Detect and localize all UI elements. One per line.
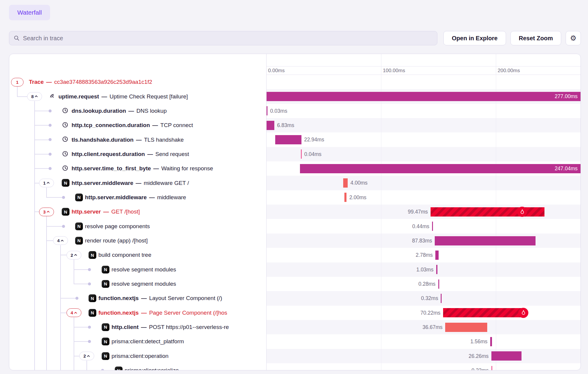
tree-branch-stub	[60, 313, 67, 313]
duration-bar[interactable]	[435, 236, 536, 245]
duration-bar[interactable]	[438, 279, 439, 289]
waterfall-row[interactable]: 0.04ms	[266, 147, 581, 161]
duration-bar[interactable]	[267, 121, 274, 130]
fire-icon[interactable]	[518, 308, 528, 318]
tree-row[interactable]: 1Trace—cc3ae3748883563a926c253d9aa1c1f2	[9, 75, 266, 89]
duration-label: 247.04ms	[555, 166, 581, 172]
waterfall-row[interactable]: 1.03ms	[266, 262, 581, 277]
tree-row[interactable]: Nresolve segment modules	[9, 277, 266, 291]
tree-row[interactable]: Nhttp.client—POST https://p01--serverles…	[9, 320, 266, 334]
tree-row[interactable]: 1Nhttp.server.middleware—middleware GET …	[9, 176, 266, 190]
tree-row[interactable]: Nresolve segment modules	[9, 262, 266, 277]
waterfall-row[interactable]: 277.00ms	[266, 89, 581, 103]
duration-bar[interactable]: 247.04ms	[300, 164, 581, 173]
span-description: uptime.request—Uptime Check Request [fai…	[58, 89, 188, 103]
duration-bar[interactable]	[491, 366, 492, 370]
duration-bar[interactable]	[343, 178, 348, 188]
nextjs-icon: N	[89, 294, 96, 302]
reset-zoom-button[interactable]: Reset Zoom	[510, 31, 561, 45]
expand-badge[interactable]: 3	[39, 208, 54, 216]
tree-branch-line	[86, 361, 87, 370]
nextjs-icon: N	[115, 367, 123, 370]
expand-badge[interactable]: 4	[66, 308, 81, 317]
expand-badge[interactable]: 2	[79, 352, 94, 360]
duration-bar[interactable]	[435, 251, 439, 260]
duration-bar[interactable]	[441, 294, 442, 303]
settings-button[interactable]: ⚙	[566, 31, 581, 45]
span-title: resolve segment modules	[112, 266, 176, 273]
waterfall-row[interactable]: 0.32ms	[266, 291, 581, 305]
tree-row[interactable]: 2Nprisma:client:operation	[9, 349, 266, 363]
duration-bar[interactable]	[436, 265, 437, 274]
search-input[interactable]	[9, 31, 437, 45]
duration-bar[interactable]	[443, 308, 524, 317]
duration-bar[interactable]	[344, 193, 347, 202]
waterfall-row[interactable]: 2.78ms	[266, 248, 581, 262]
expand-badge[interactable]: 4	[53, 236, 68, 245]
duration-bar[interactable]	[301, 149, 302, 159]
duration-bar[interactable]: 277.00ms	[267, 92, 581, 101]
span-title: Trace	[29, 79, 44, 85]
waterfall-row[interactable]: 0.44ms	[266, 219, 581, 234]
tree-row[interactable]: Nprisma:client:detect_platform	[9, 334, 266, 349]
time-axis	[267, 67, 581, 75]
duration-bar[interactable]	[267, 106, 267, 115]
waterfall-row[interactable]: 26.26ms	[266, 349, 581, 363]
tree-branch-stub	[34, 211, 39, 212]
span-title: http.tcp_connection.duration	[72, 122, 150, 129]
open-in-explore-button[interactable]: Open in Explore	[443, 31, 506, 45]
waterfall-row[interactable]: 22.94ms	[266, 132, 581, 147]
waterfall-row[interactable]: 36.67ms	[266, 320, 581, 334]
tree-row[interactable]: Nprisma:client:serialize	[9, 363, 266, 370]
tree-row[interactable]: Nfunction.nextjs—Layout Server Component…	[9, 291, 266, 305]
separator: —	[101, 93, 107, 100]
waterfall-row[interactable]: 1.56ms	[266, 334, 581, 349]
span-description: function.nextjs—Layout Server Component …	[98, 291, 222, 305]
tree-branch-stub	[34, 111, 49, 111]
tree-row[interactable]: 3Nhttp.server—GET /[host]	[9, 205, 266, 219]
duration-bar[interactable]	[490, 337, 492, 346]
tab-waterfall[interactable]: Waterfall	[9, 5, 50, 20]
span-subtitle: Waiting for response	[161, 165, 213, 172]
waterfall-row[interactable]: 2.00ms	[266, 190, 581, 205]
tree-row[interactable]: 2Nbuild component tree	[9, 248, 266, 262]
panel-divider[interactable]	[266, 54, 267, 370]
waterfall-row[interactable]: 6.83ms	[266, 118, 581, 132]
duration-bar[interactable]	[445, 323, 487, 332]
axis-tick: 100.00ms	[383, 67, 405, 75]
waterfall-row[interactable]: 99.47ms	[266, 205, 581, 219]
flame-icon	[519, 209, 525, 215]
waterfall-row[interactable]	[266, 75, 581, 89]
leaf-dot	[88, 340, 91, 343]
waterfall-row[interactable]: 0.23ms	[266, 363, 581, 370]
timeline-minimap[interactable]	[267, 54, 581, 67]
duration-label: 70.22ms	[420, 306, 440, 320]
leaf-dot	[75, 297, 78, 300]
span-description: dns.lookup.duration—DNS lookup	[72, 104, 167, 118]
waterfall-row[interactable]: 70.22ms	[266, 306, 581, 320]
expand-badge[interactable]: 2	[66, 251, 81, 259]
expand-badge[interactable]: 8	[27, 92, 42, 101]
duration-bar[interactable]	[432, 222, 433, 231]
waterfall-row[interactable]: 87.83ms	[266, 234, 581, 248]
waterfall-row[interactable]: 247.04ms	[266, 161, 581, 176]
duration-bar[interactable]	[491, 351, 522, 361]
span-description: resolve segment modules	[112, 277, 176, 291]
duration-bar[interactable]	[275, 135, 301, 144]
expand-badge[interactable]: 1	[11, 78, 24, 86]
expand-badge[interactable]: 1	[39, 179, 54, 187]
span-description: http.server.middleware—middleware GET /	[72, 176, 189, 190]
span-description: prisma:client:serialize	[125, 363, 179, 370]
tree-branch-stub	[46, 197, 62, 198]
tree-row[interactable]: 4Nfunction.nextjs—Page Server Component …	[9, 306, 266, 320]
waterfall-row[interactable]: 0.28ms	[266, 277, 581, 291]
waterfall-row[interactable]: 4.00ms	[266, 176, 581, 190]
waterfall-row[interactable]: 0.03ms	[266, 104, 581, 118]
tree-branch-stub	[34, 168, 49, 169]
duration-bar[interactable]	[431, 207, 544, 217]
chevron-up-icon	[61, 239, 64, 242]
tree-row[interactable]: 8uptime.request—Uptime Check Request [fa…	[9, 89, 266, 103]
span-subtitle: POST https://p01--serverless-re	[149, 324, 229, 330]
chevron-up-icon	[74, 312, 77, 314]
span-subtitle: Send request	[155, 151, 189, 157]
